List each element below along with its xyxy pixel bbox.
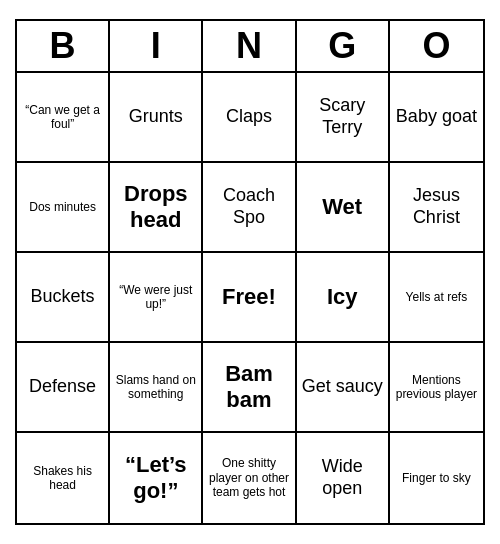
bingo-cell: Slams hand on something [110,343,203,433]
bingo-cell: Wet [297,163,390,253]
bingo-cell: “Can we get a foul” [17,73,110,163]
bingo-cell: Shakes his head [17,433,110,523]
bingo-cell: “Let’s go!” [110,433,203,523]
header-letter: G [297,21,390,71]
bingo-cell: Coach Spo [203,163,296,253]
header-letter: O [390,21,483,71]
bingo-cell: Claps [203,73,296,163]
bingo-cell: Scary Terry [297,73,390,163]
bingo-cell: Defense [17,343,110,433]
bingo-cell: Mentions previous player [390,343,483,433]
bingo-cell: Yells at refs [390,253,483,343]
bingo-cell: Baby goat [390,73,483,163]
bingo-cell: Jesus Christ [390,163,483,253]
bingo-grid: “Can we get a foul”GruntsClapsScary Terr… [17,73,483,523]
bingo-card: BINGO “Can we get a foul”GruntsClapsScar… [15,19,485,525]
bingo-cell: Free! [203,253,296,343]
header-letter: I [110,21,203,71]
bingo-cell: Dos minutes [17,163,110,253]
bingo-cell: Wide open [297,433,390,523]
bingo-cell: Bam bam [203,343,296,433]
bingo-cell: One shitty player on other team gets hot [203,433,296,523]
bingo-cell: Drops head [110,163,203,253]
bingo-header: BINGO [17,21,483,73]
bingo-cell: Get saucy [297,343,390,433]
bingo-cell: Grunts [110,73,203,163]
bingo-cell: “We were just up!” [110,253,203,343]
bingo-cell: Buckets [17,253,110,343]
header-letter: N [203,21,296,71]
header-letter: B [17,21,110,71]
bingo-cell: Finger to sky [390,433,483,523]
bingo-cell: Icy [297,253,390,343]
